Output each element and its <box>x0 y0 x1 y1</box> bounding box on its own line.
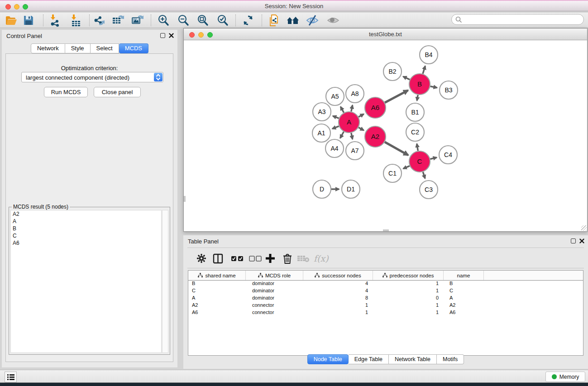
network-graph[interactable]: B4B2BB3A8A5A6A3B1AA1C2A2A4A7C4CC1C3DD1 <box>184 40 587 231</box>
graph-node-A5[interactable]: A5 <box>326 87 344 105</box>
result-list-item[interactable]: A2 <box>11 210 161 218</box>
search-field[interactable] <box>451 14 584 25</box>
column-header-shared-name[interactable]: shared name <box>188 271 246 280</box>
cell-name[interactable]: A6 <box>444 310 484 317</box>
cell-shared-name[interactable]: C <box>188 288 246 295</box>
table-row-A[interactable]: Adominator80A <box>188 295 583 302</box>
graph-edge-A-A3[interactable] <box>333 116 339 118</box>
save-session-icon[interactable] <box>22 14 35 27</box>
add-column-icon[interactable] <box>265 252 275 265</box>
table-row-A6[interactable]: A6connector11A6 <box>188 310 583 317</box>
graph-edge-A-A5[interactable] <box>340 107 344 113</box>
close-panel-button[interactable]: Close panel <box>94 87 141 97</box>
tab-network-table[interactable]: Network Table <box>389 354 437 364</box>
cell-mcds-role[interactable]: connector <box>246 310 303 317</box>
network-window-titlebar[interactable]: testGlobe.txt <box>184 29 587 40</box>
graph-node-A3[interactable]: A3 <box>313 103 331 121</box>
table-row-A2[interactable]: A2connector11A2 <box>188 302 583 310</box>
cell-mcds-role[interactable]: dominator <box>246 288 303 295</box>
zoom-out-icon[interactable] <box>177 14 190 27</box>
cell-name[interactable]: C <box>444 288 484 295</box>
result-list-item[interactable]: B <box>11 225 161 232</box>
graph-edge-C-C4[interactable] <box>430 157 436 159</box>
cell-predecessor-nodes[interactable]: 0 <box>373 295 444 302</box>
graph-node-D1[interactable]: D1 <box>342 180 360 198</box>
export-image-icon[interactable] <box>131 14 144 27</box>
first-neighbors-icon[interactable] <box>286 14 300 27</box>
hide-selected-icon[interactable] <box>306 14 319 27</box>
optimization-criterion-select[interactable]: largest connected component (directed) <box>21 72 163 82</box>
column-header-mcds-role[interactable]: MCDS role <box>246 271 303 280</box>
graph-edge-B-B2[interactable] <box>403 76 410 80</box>
graph-node-C1[interactable]: C1 <box>383 164 402 182</box>
graph-edge-A2-C[interactable] <box>385 142 408 155</box>
task-history-button[interactable] <box>5 372 17 382</box>
graph-edge-A-A2[interactable] <box>359 128 364 130</box>
graph-edge-A-A4[interactable] <box>340 132 344 138</box>
import-table-icon[interactable] <box>68 14 82 27</box>
graph-node-A[interactable]: A <box>339 112 359 133</box>
tab-style[interactable]: Style <box>65 43 91 53</box>
graph-node-A6[interactable]: A6 <box>365 97 386 118</box>
graph-edge-B-B3[interactable] <box>430 86 437 88</box>
table-row-C[interactable]: Cdominator41C <box>188 288 583 295</box>
cell-name[interactable]: A <box>444 295 484 302</box>
graph-edge-A-A8[interactable] <box>351 105 353 111</box>
graph-edge-C-C1[interactable] <box>403 166 410 169</box>
dropdown-stepper-icon[interactable] <box>154 73 163 81</box>
graph-edge-A-A1[interactable] <box>332 126 339 129</box>
graph-node-C2[interactable]: C2 <box>406 123 424 141</box>
cell-successor-nodes[interactable]: 1 <box>303 302 373 310</box>
result-list-item[interactable]: C <box>11 232 161 239</box>
zoom-selected-icon[interactable] <box>216 14 229 27</box>
search-input[interactable] <box>464 15 580 24</box>
copy-network-icon[interactable] <box>268 14 281 27</box>
close-panel-icon[interactable] <box>169 33 174 38</box>
cell-successor-nodes[interactable]: 1 <box>303 310 373 317</box>
graph-edge-B-B1[interactable] <box>417 95 418 101</box>
deselect-all-icon[interactable] <box>249 252 262 265</box>
cell-mcds-role[interactable]: dominator <box>246 295 303 302</box>
zoom-in-icon[interactable] <box>157 14 170 27</box>
graph-node-A2[interactable]: A2 <box>365 126 386 147</box>
tab-select[interactable]: Select <box>91 43 119 53</box>
select-all-icon[interactable] <box>231 252 244 265</box>
result-list-item[interactable]: A <box>11 218 161 225</box>
graph-node-B3[interactable]: B3 <box>440 81 458 99</box>
graph-node-B1[interactable]: B1 <box>406 103 424 121</box>
graph-edge-A-A6[interactable] <box>359 114 364 117</box>
cell-predecessor-nodes[interactable]: 1 <box>373 288 444 295</box>
horizontal-scrollbar-stub[interactable] <box>383 229 389 231</box>
export-network-icon[interactable] <box>92 14 106 27</box>
graph-node-D[interactable]: D <box>313 180 331 198</box>
graph-edge-B-B4[interactable] <box>423 66 425 74</box>
graph-node-A7[interactable]: A7 <box>346 142 364 160</box>
graph-node-B2[interactable]: B2 <box>383 62 402 81</box>
cell-shared-name[interactable]: A2 <box>188 302 246 310</box>
column-header-name[interactable]: name <box>444 271 484 280</box>
mcds-result-list[interactable]: A2ABCA6 <box>10 210 162 353</box>
float-table-panel-icon[interactable] <box>571 238 576 243</box>
run-mcds-button[interactable]: Run MCDS <box>44 87 88 97</box>
graph-edge-A-A7[interactable] <box>351 133 353 139</box>
tab-edge-table[interactable]: Edge Table <box>349 354 389 364</box>
column-view-icon[interactable] <box>213 252 223 265</box>
graph-node-C[interactable]: C <box>409 151 430 172</box>
export-table-icon[interactable] <box>111 14 125 27</box>
graph-edge-C-C3[interactable] <box>423 172 425 178</box>
graph-edge-C-C2[interactable] <box>417 144 418 151</box>
cell-shared-name[interactable]: A6 <box>188 310 246 317</box>
cell-shared-name[interactable]: B <box>188 281 246 288</box>
column-header-successor-nodes[interactable]: successor nodes <box>303 271 373 280</box>
vertical-scrollbar-stub[interactable] <box>184 196 186 202</box>
memory-button[interactable]: Memory <box>545 372 585 382</box>
import-network-icon[interactable] <box>48 14 61 27</box>
cell-predecessor-nodes[interactable]: 1 <box>373 310 444 317</box>
tab-mcds[interactable]: MCDS <box>119 43 148 53</box>
close-table-panel-icon[interactable] <box>579 238 584 243</box>
result-list-item[interactable]: A6 <box>11 239 161 247</box>
float-panel-icon[interactable] <box>160 33 165 38</box>
cell-predecessor-nodes[interactable]: 1 <box>373 281 444 288</box>
graph-node-B[interactable]: B <box>409 74 430 95</box>
window-resize-grip[interactable] <box>581 225 587 231</box>
